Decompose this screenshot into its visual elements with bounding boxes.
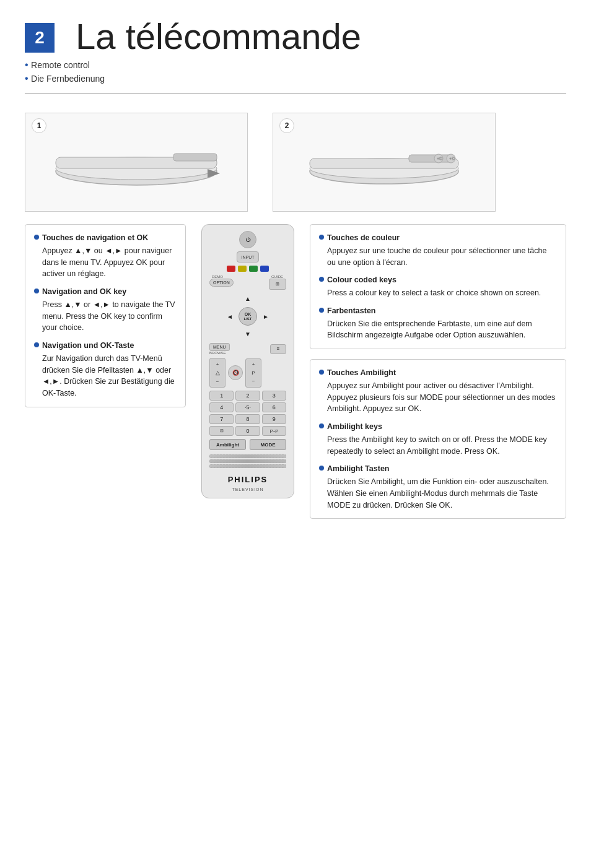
left-info-box: Touches de navigation et OK Appuyez ▲,▼ … [25,224,186,407]
rc-nav-left[interactable]: ◄ [227,313,233,320]
page-title: La télécommande [76,19,361,54]
rc-num-9[interactable]: 9 [262,414,286,424]
subtitle-item-1: Remote control [25,59,361,71]
ambilight-item-en: Ambilight keys Press the Ambilight key t… [319,421,557,457]
nav-item-de: Navigation und OK-Taste Zur Navigation d… [34,340,177,399]
rc-light-strip [209,454,286,458]
rc-num-7[interactable]: 7 [209,414,234,424]
chapter-badge: 2 [25,23,55,53]
remote-images-section: 1 2 +© +© [25,113,566,212]
nav-body-de: Zur Navigation durch das TV-Menü drücken… [42,353,177,399]
rc-nav-right[interactable]: ► [263,313,269,320]
remote-illustration-2: +© +© [297,131,471,193]
remote-illustration-1 [50,131,223,193]
rc-brand-subtitle: TELEVISION [232,487,263,492]
rc-option-guide-row: DEMO OPTION GUIDE ⊞ [207,275,289,290]
rc-color-row [207,266,289,272]
rc-option-btn[interactable]: OPTION [209,279,234,287]
rc-power-row: ⏻ [207,231,289,248]
ambilight-bullet-fr [319,370,324,375]
rc-blue-btn[interactable] [260,266,269,272]
svg-rect-8 [409,155,452,162]
rc-num-0[interactable]: 0 [235,426,260,436]
rc-num-2[interactable]: 2 [235,391,260,401]
ambilight-body-fr: Appuyez sur Ambilight pour activer ou dé… [327,380,557,415]
rc-num-8[interactable]: 8 [235,414,260,424]
nav-title-fr: Touches de navigation et OK [42,232,148,244]
ambilight-bullet-en [319,423,324,428]
rc-light-strip-3 [209,464,286,468]
rc-prog-minus[interactable]: − [247,376,260,387]
rc-ambilight-btn[interactable]: Ambilight [209,439,246,450]
rc-menu-btn[interactable]: MENU [209,343,230,351]
rc-vol-block: + △ − [209,358,225,388]
rc-yellow-btn[interactable] [238,266,247,272]
rc-num-6[interactable]: 6 [262,402,286,412]
rc-mode-btn[interactable]: MODE [250,439,286,450]
rc-brand-name: PHILIPS [228,475,268,484]
rc-input-row: INPUT [207,251,289,263]
nav-item-en: Navigation and OK key Press ▲,▼ or ◄,► t… [34,286,177,334]
rc-power-btn[interactable]: ⏻ [239,231,256,248]
remote-image-1: 1 [25,113,248,212]
center-panel: ⏻ INPUT DEMO OPTION [198,224,297,527]
rc-nav-pad: ▲ ▼ ◄ ► OK LIST [225,294,270,339]
nav-body-en: Press ▲,▼ or ◄,► to navigate the TV menu… [42,299,177,334]
colour-body-de: Drücken Sie die entsprechende Farbtaste,… [327,318,557,342]
rc-input-btn[interactable]: INPUT [237,251,259,263]
bullet-2 [34,289,39,293]
colour-bullet-en [319,277,324,282]
rc-green-btn[interactable] [249,266,258,272]
rc-num-subtitle[interactable]: ⊡ [209,426,234,436]
nav-body-fr: Appuyez ▲,▼ ou ◄,► pour naviguer dans le… [42,245,177,280]
rc-vol-plus[interactable]: + [211,358,224,370]
colour-item-fr: Touches de couleur Appuyez sur une touch… [319,232,557,268]
bullet-1 [34,235,39,240]
left-panel: Touches de navigation et OK Appuyez ▲,▼ … [25,224,186,527]
subtitle-item-2: Die Fernbedienung [25,73,361,84]
svg-text:+©: +© [437,157,443,161]
rc-red-btn[interactable] [227,266,235,272]
svg-rect-3 [173,154,217,161]
rc-vol-minus[interactable]: − [211,376,224,387]
rc-num-4[interactable]: 4 [209,402,234,412]
colour-body-en: Press a colour key to select a task or c… [327,287,557,299]
ambilight-title-en: Ambilight keys [327,421,382,433]
rc-vol-row: + △ − 🔇 + P − [207,358,289,388]
rc-menu-row: MENU BROWSE ≡ [207,343,289,355]
page-header: 2 La télécommande Remote control Die Fer… [25,19,566,94]
ambilight-body-de: Drücken Sie Ambilight, um die Funktion e… [327,476,557,511]
rc-teletext-btn[interactable]: ≡ [270,344,286,354]
rc-ok-btn[interactable]: OK LIST [239,307,257,326]
colour-item-en: Colour coded keys Press a colour key to … [319,274,557,299]
ambilight-body-en: Press the Ambilight key to switch on or … [327,434,557,458]
svg-text:+©: +© [449,157,455,161]
rc-num-1[interactable]: 1 [209,391,234,401]
rc-color-strip-area [207,453,289,469]
colour-bullet-de [319,308,324,313]
remote-image-label-2: 2 [279,118,294,133]
rc-nav-up[interactable]: ▲ [245,295,251,302]
rc-mute-btn[interactable]: 🔇 [228,365,243,380]
remote-image-label-1: 1 [32,118,46,133]
main-content: Touches de navigation et OK Appuyez ▲,▼ … [25,224,566,527]
rc-guide-btn[interactable]: ⊞ [269,279,286,290]
rc-num-pip[interactable]: P÷P [262,426,286,436]
rc-ambilight-row: Ambilight MODE [207,439,289,450]
colour-item-de: Farbentasten Drücken Sie die entsprechen… [319,305,557,341]
colour-body-fr: Appuyez sur une touche de couleur pour s… [327,245,557,269]
rc-num-3[interactable]: 3 [262,391,286,401]
subtitle-list: Remote control Die Fernbedienung [25,59,361,84]
rc-light-strip-2 [209,459,286,463]
colour-title-en: Colour coded keys [327,274,396,286]
ambilight-item-fr: Touches Ambilight Appuyez sur Ambilight … [319,367,557,415]
ambilight-item-de: Ambilight Tasten Drücken Sie Ambilight, … [319,463,557,511]
nav-item-fr: Touches de navigation et OK Appuyez ▲,▼ … [34,232,177,280]
rc-nav-down[interactable]: ▼ [245,331,251,337]
rc-prog-plus[interactable]: + [247,359,260,370]
remote-control: ⏻ INPUT DEMO OPTION [201,224,294,498]
remote-image-2: 2 +© +© [273,113,496,212]
rc-num-5[interactable]: ·5· [235,402,260,412]
ambilight-title-fr: Touches Ambilight [327,367,396,379]
right-bottom-info-box: Touches Ambilight Appuyez sur Ambilight … [310,359,566,519]
